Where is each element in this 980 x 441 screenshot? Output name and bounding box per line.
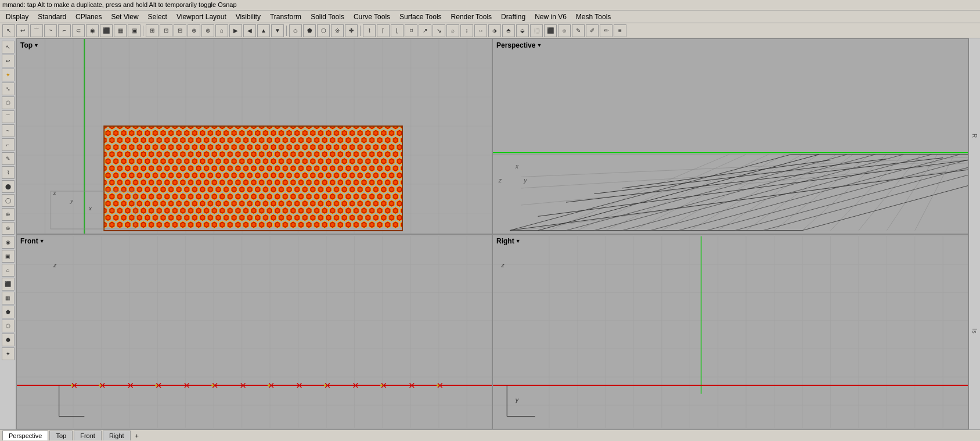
toolbar-btn-31[interactable]: ↘	[433, 24, 445, 37]
svg-point-119	[155, 384, 157, 386]
viewport-top[interactable]: y x Top ▼	[16, 38, 492, 234]
toolbar-btn-15[interactable]: ⊗	[201, 24, 214, 37]
viewport-right-label[interactable]: Right ▼	[496, 237, 521, 245]
toolbar-btn-19[interactable]: ▲	[257, 24, 270, 37]
menu-new-in-v6[interactable]: New in V6	[530, 12, 571, 22]
left-sidebar: ↖ ↩ ✦ ⤡ ⬡ ⌒ ~ ⌐ ✎ ⌇ ⬤ ◯ ⊕ ⊗ ◉ ▣ ⌂ ⬛ ▦ ⬟ …	[0, 38, 16, 429]
toolbar-btn-18[interactable]: ◀	[243, 24, 256, 37]
toolbar-btn-11[interactable]: ⊞	[146, 24, 158, 37]
sidebar-btn-22[interactable]: ⬢	[2, 334, 15, 346]
tab-perspective[interactable]: Perspective	[2, 431, 48, 440]
toolbar-btn-20[interactable]: ▼	[271, 24, 284, 37]
sidebar-btn-19[interactable]: ▦	[2, 292, 15, 304]
menu-select[interactable]: Select	[143, 12, 172, 22]
sidebar-btn-23[interactable]: ✦	[2, 347, 15, 360]
viewport-top-label[interactable]: Top ▼	[20, 41, 39, 49]
sidebar-btn-2[interactable]: ↩	[2, 55, 15, 67]
toolbar-btn-9[interactable]: ▦	[114, 24, 127, 37]
menu-surface-tools[interactable]: Surface Tools	[395, 12, 446, 22]
tab-top[interactable]: Top	[49, 431, 73, 440]
viewport-perspective-label[interactable]: Perspective ▼	[496, 41, 542, 49]
viewport-perspective[interactable]: z x y Perspective ▼	[492, 38, 968, 234]
toolbar-btn-43[interactable]: ✏	[600, 24, 613, 37]
toolbar-btn-8[interactable]: ⬛	[100, 24, 113, 37]
toolbar-btn-17[interactable]: ▶	[229, 24, 242, 37]
menu-set-view[interactable]: Set View	[106, 12, 143, 22]
sidebar-btn-14[interactable]: ⊗	[2, 222, 15, 235]
menu-drafting[interactable]: Drafting	[496, 12, 530, 22]
toolbar-btn-4[interactable]: ~	[44, 24, 57, 37]
sidebar-btn-18[interactable]: ⬛	[2, 278, 15, 291]
viewport-front-label[interactable]: Front ▼	[20, 237, 45, 245]
sidebar-btn-20[interactable]: ⬟	[2, 306, 15, 318]
sidebar-btn-13[interactable]: ⊕	[2, 208, 15, 221]
sidebar-btn-5[interactable]: ⬡	[2, 96, 15, 109]
sidebar-btn-select[interactable]: ↖	[2, 41, 15, 53]
toolbar-btn-2[interactable]: ↩	[16, 24, 29, 37]
toolbar-btn-13[interactable]: ⊟	[174, 24, 186, 37]
toolbar-btn-12[interactable]: ⊡	[160, 24, 172, 37]
toolbar-btn-39[interactable]: ⬛	[544, 24, 557, 37]
toolbar-btn-35[interactable]: ⬗	[488, 24, 501, 37]
toolbar-btn-40[interactable]: ⌾	[558, 24, 571, 37]
toolbar-btn-30[interactable]: ↗	[419, 24, 431, 37]
toolbar-btn-44[interactable]: ≡	[614, 24, 626, 37]
toolbar-btn-26[interactable]: ⌇	[363, 24, 376, 37]
sidebar-btn-3[interactable]: ✦	[2, 69, 15, 81]
sidebar-btn-12[interactable]: ◯	[2, 194, 15, 207]
toolbar-btn-10[interactable]: ▣	[128, 24, 140, 37]
menu-cplanes[interactable]: CPlanes	[71, 12, 106, 22]
toolbar-btn-14[interactable]: ⊕	[188, 24, 200, 37]
menu-transform[interactable]: Transform	[265, 12, 306, 22]
toolbar-btn-1[interactable]: ↖	[2, 24, 15, 37]
toolbar-btn-3[interactable]: ⌒	[30, 24, 43, 37]
viewport-front-dropdown-icon: ▼	[39, 238, 45, 244]
sidebar-btn-8[interactable]: ⌐	[2, 138, 15, 151]
menu-display[interactable]: Display	[1, 12, 33, 22]
menu-visibility[interactable]: Visibility	[231, 12, 265, 22]
toolbar-btn-6[interactable]: ⊂	[72, 24, 85, 37]
toolbar-btn-23[interactable]: ⬡	[317, 24, 330, 37]
toolbar-btn-29[interactable]: ⌑	[405, 24, 417, 37]
svg-point-124	[437, 384, 439, 386]
menu-standard[interactable]: Standard	[33, 12, 71, 22]
toolbar-btn-32[interactable]: ⌕	[446, 24, 459, 37]
toolbar-btn-16[interactable]: ⌂	[215, 24, 228, 37]
menu-mesh-tools[interactable]: Mesh Tools	[571, 12, 615, 22]
toolbar-btn-37[interactable]: ⬙	[516, 24, 529, 37]
sidebar-btn-7[interactable]: ~	[2, 124, 15, 137]
toolbar-btn-42[interactable]: ✐	[586, 24, 599, 37]
toolbar-btn-25[interactable]: ✤	[345, 24, 358, 37]
sidebar-btn-9[interactable]: ✎	[2, 152, 15, 165]
toolbar-btn-7[interactable]: ◉	[86, 24, 99, 37]
sidebar-btn-21[interactable]: ⬡	[2, 320, 15, 332]
sidebar-btn-17[interactable]: ⌂	[2, 264, 15, 277]
toolbar-btn-33[interactable]: ↕	[460, 24, 473, 37]
menu-render-tools[interactable]: Render Tools	[446, 12, 497, 22]
tab-front[interactable]: Front	[74, 431, 102, 440]
toolbar-btn-34[interactable]: ↔	[474, 24, 487, 37]
tab-add-button[interactable]: +	[132, 431, 142, 440]
toolbar-btn-28[interactable]: ⌊	[391, 24, 403, 37]
toolbar-btn-41[interactable]: ✎	[572, 24, 585, 37]
toolbar-btn-38[interactable]: ⬚	[530, 24, 543, 37]
toolbar-btn-21[interactable]: ◇	[289, 24, 302, 37]
menu-curve-tools[interactable]: Curve Tools	[349, 12, 395, 22]
sidebar-btn-6[interactable]: ⌒	[2, 110, 15, 123]
sidebar-btn-4[interactable]: ⤡	[2, 83, 15, 95]
toolbar-btn-36[interactable]: ⬘	[502, 24, 515, 37]
sidebar-btn-15[interactable]: ◉	[2, 236, 15, 249]
viewport-right[interactable]: z y Right ▼	[492, 234, 968, 430]
toolbar-btn-24[interactable]: ※	[331, 24, 344, 37]
viewport-front[interactable]: z Front ▼	[16, 234, 492, 430]
sidebar-btn-16[interactable]: ▣	[2, 250, 15, 263]
tab-right[interactable]: Right	[103, 431, 131, 440]
sidebar-btn-10[interactable]: ⌇	[2, 166, 15, 179]
toolbar-btn-22[interactable]: ⬟	[303, 24, 316, 37]
toolbar-btn-5[interactable]: ⌐	[58, 24, 71, 37]
toolbar-btn-27[interactable]: ⌈	[377, 24, 390, 37]
menu-viewport-layout[interactable]: Viewport Layout	[172, 12, 231, 22]
svg-point-122	[324, 384, 326, 386]
sidebar-btn-11[interactable]: ⬤	[2, 180, 15, 193]
menu-solid-tools[interactable]: Solid Tools	[306, 12, 349, 22]
